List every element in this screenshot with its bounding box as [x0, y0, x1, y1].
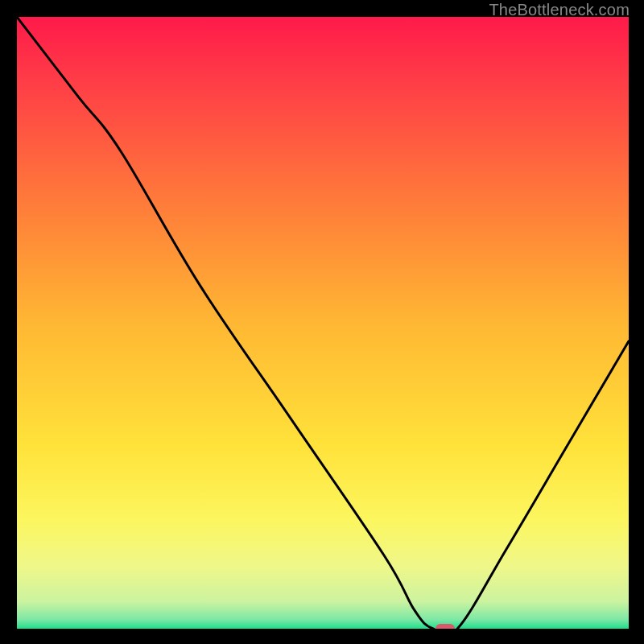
plot-area: [17, 17, 629, 629]
chart-frame: TheBottleneck.com: [0, 0, 644, 644]
optimal-marker: [436, 624, 455, 629]
bottleneck-curve: [17, 17, 629, 629]
